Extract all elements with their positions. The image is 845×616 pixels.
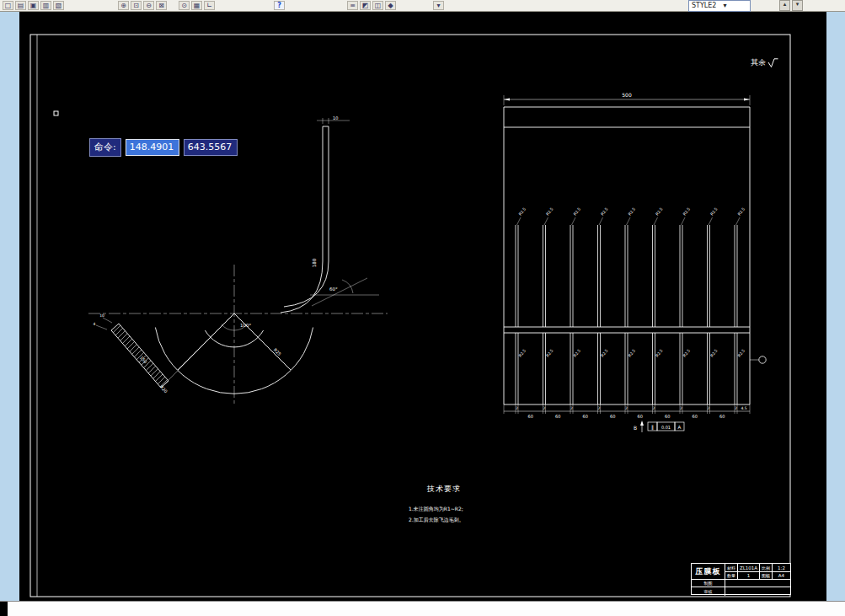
slot-label: R2.5 (737, 348, 746, 357)
text-style-combo[interactable]: STYLE2 ▾ (688, 0, 751, 12)
tech-requirements-title: 技术要求 (427, 484, 464, 495)
status-bar[interactable] (0, 601, 845, 616)
text-style-value: STYLE2 (692, 2, 716, 10)
fcf-datum: A (678, 425, 682, 430)
grid-icon[interactable]: ▦ (191, 1, 202, 10)
open-icon[interactable]: ▤ (15, 1, 26, 10)
dim-end: 4.5 (741, 406, 746, 410)
dim-pitch: 60 (528, 414, 533, 419)
surface-note-text: 其余 (751, 57, 766, 68)
status-chip (0, 602, 8, 616)
slot-leader (736, 217, 741, 225)
slot-label: R2.5 (655, 206, 663, 216)
dim-pitch: 60 (555, 414, 560, 419)
dim-slot-width: 2 (708, 406, 710, 410)
zoom-previous-icon[interactable]: ⊖ (143, 1, 154, 10)
datum-circle (759, 356, 766, 363)
section-label: B (634, 425, 637, 431)
dim-slot-width: 2 (680, 406, 682, 410)
right-view-dims: 500 B ∥ 0.01 A (622, 92, 681, 431)
title-block-drawn-label: 制图 (692, 580, 725, 587)
command-y-input[interactable]: 643.5567 (184, 139, 238, 156)
slot-label: R2.5 (682, 348, 691, 357)
title-block-scale-label: 比例 (760, 564, 773, 572)
zoom-window-icon[interactable]: ⊡ (131, 1, 142, 10)
dim-pitch: 60 (665, 414, 670, 419)
title-block-material-label: 材料 (725, 564, 738, 572)
slot-leader (544, 217, 548, 225)
title-block-checked-label: 审核 (692, 587, 725, 596)
slot-label: R2.5 (628, 206, 636, 216)
title-block-sheet: A4 (773, 572, 790, 580)
scroll-up-icon[interactable]: ▴ (779, 0, 790, 11)
slot-label: R2.5 (600, 206, 608, 216)
dim-slot-width: 2 (598, 406, 601, 410)
zoom-realtime-icon[interactable]: ⊕ (118, 1, 129, 10)
scroll-down-icon[interactable]: ▾ (792, 0, 803, 11)
tools-icon[interactable]: ◆ (385, 1, 396, 10)
dim-slot-width: 2 (653, 406, 655, 410)
left-view (88, 118, 388, 406)
dim-end-radius: R20 (159, 384, 168, 394)
slot-label: R2.5 (600, 348, 608, 357)
slot-label: R2.5 (709, 348, 718, 357)
title-block-checked-value (725, 587, 790, 596)
dim-pitch: 60 (693, 414, 698, 419)
surface-roughness-icon (767, 58, 778, 68)
command-x-input[interactable]: 148.4901 (126, 139, 179, 156)
slot-label: R2.5 (573, 206, 581, 216)
model-space-canvas[interactable]: 10 180 60° 100° R25 10 4 150 R20 (19, 12, 826, 601)
dim-bar-a: 10 (99, 313, 104, 318)
slot-label: R2.5 (737, 206, 746, 216)
grip-point[interactable] (54, 111, 58, 115)
dim-bar-b: 4 (94, 322, 96, 326)
dim-pitch: 60 (610, 414, 615, 419)
dim-overall-width: 500 (622, 92, 632, 98)
help-icon[interactable]: ? (274, 1, 285, 10)
slot-leader (599, 217, 603, 225)
slot-label: R2.5 (545, 206, 554, 216)
print-icon[interactable]: ▥ (40, 1, 51, 10)
zoom-extents-icon[interactable]: ⊠ (156, 1, 167, 10)
slot-label: R2.5 (682, 206, 691, 216)
slot-label: R2.5 (573, 348, 581, 357)
slot-leader (654, 217, 658, 225)
toolbar-dropdown-icon[interactable]: ▾ (433, 1, 444, 10)
technical-requirements: 技术要求 1.未注圆角均为R1~R2; 2.加工后去除飞边毛刺。 (409, 484, 464, 524)
slot-label: R2.5 (518, 206, 527, 216)
slot-leader (627, 217, 631, 225)
ucs-icon[interactable]: ∟ (204, 1, 215, 10)
hatched-bar (111, 324, 168, 388)
slot-leader (517, 217, 521, 225)
main-toolbar: □ ▤ ▣ ▥ ▧ ⊕ ⊡ ⊖ ⊠ ⊙ ▦ ∟ ? ≡ ◩ ◫ ◆ ▾ STYL… (0, 0, 845, 12)
render-icon[interactable]: ◩ (360, 1, 371, 10)
title-block: 压膜板 材料 ZL101A 比例 1:2 数量 1 图幅 A4 制图 审核 (691, 563, 791, 595)
plot-preview-icon[interactable]: ▧ (53, 1, 64, 10)
title-block-drawn-value (725, 580, 790, 587)
dim-wall-height: 180 (312, 258, 317, 267)
osnap-icon[interactable]: ⊙ (179, 1, 190, 10)
save-icon[interactable]: ▣ (28, 1, 39, 10)
title-block-material: ZL101A (738, 564, 760, 572)
slot-label: R2.5 (709, 206, 718, 216)
dim-pitch: 60 (583, 414, 588, 419)
comb-slots: R2.5R2.5260R2.5R2.5260R2.5R2.5260R2.5R2.… (504, 206, 750, 419)
views-icon[interactable]: ◫ (372, 1, 383, 10)
dim-slot-width: 2 (735, 406, 737, 410)
section-arrow-icon (640, 420, 644, 426)
combo-chevron-down-icon: ▾ (723, 2, 726, 10)
layers-icon[interactable]: ≡ (347, 1, 358, 10)
dim-slot-width: 2 (543, 406, 546, 410)
slot-leader (572, 217, 576, 225)
title-block-scale: 1:2 (773, 564, 790, 572)
dim-pitch: 60 (638, 414, 643, 419)
title-block-qty: 1 (738, 572, 760, 580)
new-icon[interactable]: □ (3, 1, 13, 10)
dim-slot-width: 2 (516, 406, 518, 410)
command-input-overlay: 命令: 148.4901 643.5567 (89, 138, 238, 157)
slot-leader (709, 217, 713, 225)
slot-label: R2.5 (545, 348, 554, 357)
dim-fan-angle: 100° (240, 323, 251, 328)
fcf-tolerance: 0.01 (661, 425, 671, 430)
slot-label: R2.5 (628, 348, 636, 357)
